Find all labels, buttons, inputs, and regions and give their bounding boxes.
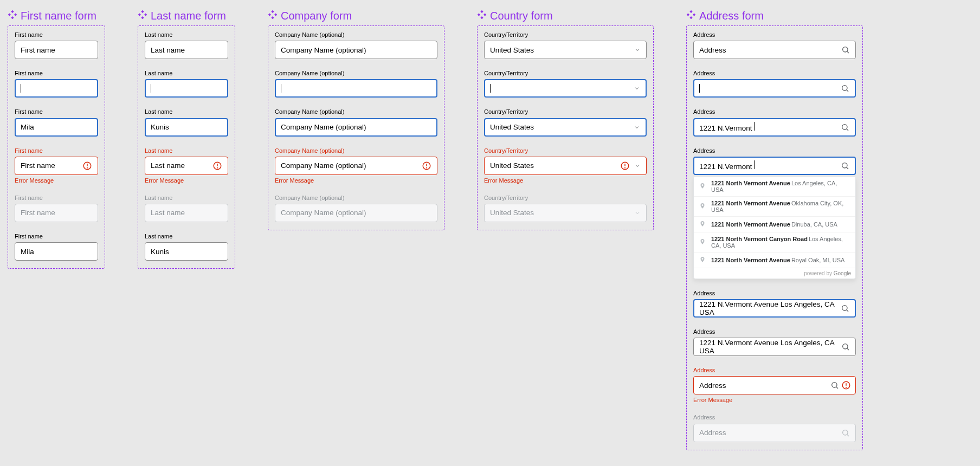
text-caret [21,84,21,93]
first-focus-empty: First name [15,70,98,98]
address-input[interactable]: 1221 N.Vermont Avenue Los Angeles, CA US… [693,299,856,318]
component-icon [138,10,147,22]
last-input[interactable]: Last name [145,41,228,59]
country-group: Country form Country/Territory United St… [477,10,654,230]
pin-icon [699,256,706,264]
address-frame: Address Address Address Address 1221 N.V… [686,25,863,450]
address-input[interactable]: 1221 N.Vermont [693,118,856,137]
chevron-down-icon [634,85,640,92]
address-input[interactable]: Address [693,41,856,59]
country-label: Country/Territory [484,147,647,154]
group-title-text: Company form [281,10,352,22]
last-disabled: Last name Last name [145,195,228,222]
address-input[interactable] [693,79,856,98]
company-focus-filled: Company Name (optional) Company Name (op… [275,108,437,136]
group-title: Company form [268,10,444,22]
address-focus-empty: Address [693,70,856,98]
last-label: Last name [145,233,228,240]
company-input[interactable]: Company Name (optional) [275,118,437,137]
svg-line-30 [847,434,849,436]
search-icon [841,429,850,437]
svg-line-25 [836,387,838,389]
country-focus-filled: Country/Territory United States [484,108,647,136]
company-error: Company Name (optional) Company Name (op… [275,147,437,184]
first-input[interactable]: Mila [15,242,98,261]
last-filled: Last name Kunis [145,233,228,261]
last-input[interactable]: Last name [145,157,228,175]
first-input[interactable]: First name [15,157,98,175]
address-error: Address Address Error Message [693,367,856,403]
component-icon [8,10,17,22]
error-icon [82,161,92,171]
address-label: Address [693,290,856,297]
first-label: First name [15,70,98,77]
svg-point-18 [842,163,847,167]
first-input[interactable] [15,79,98,98]
country-select[interactable] [484,79,647,98]
chevron-down-icon [634,210,641,216]
company-label: Company Name (optional) [275,31,437,38]
svg-point-22 [843,344,848,349]
first-input[interactable]: First name [15,41,98,59]
dropdown-item[interactable]: 1221 North Vermont AvenueLos Angeles, CA… [694,177,855,197]
address-group: Address form Address Address Address Add… [686,10,863,450]
first-label: First name [15,31,98,38]
component-gallery: First name form First name First name Fi… [8,10,972,450]
last-input[interactable] [145,79,228,98]
group-title: Country form [477,10,654,22]
first-label: First name [15,233,98,240]
country-focus-empty: Country/Territory [484,70,647,98]
last-label: Last name [145,147,228,154]
company-input[interactable]: Company Name (optional) [275,157,437,175]
country-select[interactable]: United States [484,118,647,137]
component-icon [477,10,487,22]
svg-point-2 [87,167,88,168]
country-frame: Country/Territory United States Country/… [477,25,654,230]
first-focus-filled: First name Mila [15,108,98,136]
pin-icon [699,182,706,191]
address-label: Address [693,328,856,335]
address-focus-partial: Address 1221 N.Vermont [693,108,856,136]
svg-line-17 [847,128,848,130]
svg-point-24 [832,383,837,387]
error-message: Error Message [145,177,228,184]
country-select[interactable]: United States [484,41,647,59]
dropdown-item[interactable]: 1221 North Vermont AvenueRoyal Oak, MI, … [694,253,855,268]
dropdown-item[interactable]: 1221 North Vermont AvenueDinuba, CA, USA [694,217,855,232]
company-input: Company Name (optional) [275,204,437,222]
pin-icon [699,220,706,229]
svg-point-11 [625,167,626,168]
address-input[interactable]: Address [693,376,856,394]
company-input[interactable] [275,79,437,98]
chevron-down-icon [634,124,640,131]
svg-point-14 [842,86,847,90]
last-default: Last name Last name [145,31,228,59]
last-focus-empty: Last name [145,70,228,98]
chevron-down-icon [634,47,641,53]
search-icon [841,304,849,313]
last-input[interactable]: Kunis [145,242,228,261]
dropdown-item[interactable]: 1221 North Vermont Canyon RoadLos Angele… [694,232,855,253]
search-icon [841,342,850,351]
address-label: Address [693,414,856,421]
address-dropdown: 1221 North Vermont AvenueLos Angeles, CA… [693,176,856,279]
first-default: First name First name [15,31,98,59]
country-label: Country/Territory [484,70,647,77]
error-message: Error Message [484,177,647,184]
search-icon [841,123,849,132]
country-select[interactable]: United States [484,157,647,175]
last-label: Last name [145,195,228,202]
dropdown-item[interactable]: 1221 North Vermont AvenueOklahoma City, … [694,197,855,217]
first-label: First name [15,108,98,115]
first-input[interactable]: Mila [15,118,98,137]
last-name-group: Last name form Last name Last name Last … [138,10,235,269]
chevron-down-icon [634,163,641,169]
company-input[interactable]: Company Name (optional) [275,41,437,59]
address-input[interactable]: 1221 N.Vermont Avenue Los Angeles, CA US… [693,338,856,356]
last-input[interactable]: Kunis [145,118,228,137]
svg-line-19 [847,167,848,169]
group-title-text: Country form [490,10,553,22]
address-default: Address Address [693,31,856,59]
address-input[interactable]: 1221 N.Vermont [693,157,856,175]
last-input: Last name [145,204,228,222]
